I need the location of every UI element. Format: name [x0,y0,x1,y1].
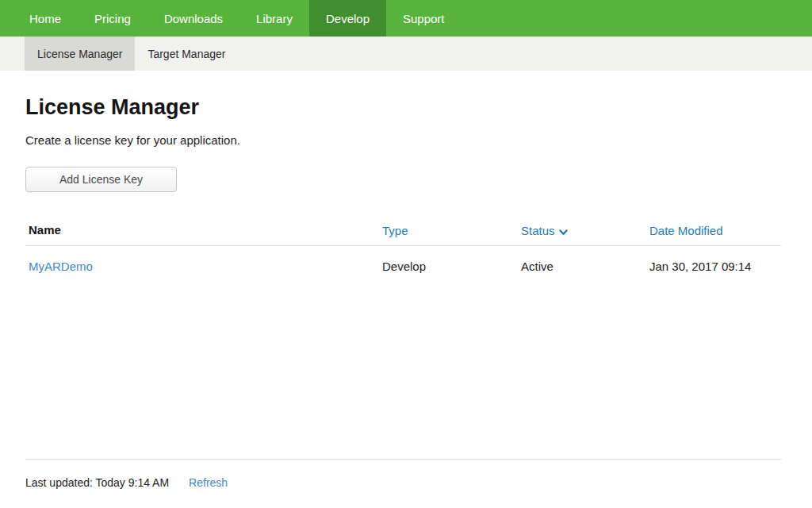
nav-item-support[interactable]: Support [386,0,462,37]
license-name-cell: MyARDemo [25,260,382,273]
nav-item-home[interactable]: Home [13,0,78,37]
tab-target-manager[interactable]: Target Manager [135,37,238,71]
page-footer: Last updated: Today 9:14 AM Refresh [25,459,781,489]
column-header-name: Name [25,223,382,238]
license-status-cell: Active [521,260,649,273]
add-license-key-button[interactable]: Add License Key [25,167,177,192]
nav-item-downloads[interactable]: Downloads [147,0,239,37]
top-navigation: Home Pricing Downloads Library Develop S… [0,0,812,37]
sub-navigation: License Manager Target Manager [0,37,812,71]
license-name-link[interactable]: MyARDemo [29,260,93,273]
sort-chevron-down-icon [559,225,568,238]
refresh-link[interactable]: Refresh [189,476,228,489]
license-type-cell: Develop [382,260,521,273]
column-header-status-label: Status [521,224,555,237]
tab-license-manager[interactable]: License Manager [25,37,135,71]
license-table: Name Type Status Date Modified MyARDemo [25,223,781,273]
column-header-date-modified-label: Date Modified [649,224,723,237]
table-row: MyARDemo Develop Active Jan 30, 2017 09:… [25,246,781,273]
nav-item-develop[interactable]: Develop [309,0,386,37]
license-manager-page: Home Pricing Downloads Library Develop S… [0,0,812,508]
license-date-modified-cell: Jan 30, 2017 09:14 [649,260,781,273]
column-header-date-modified[interactable]: Date Modified [649,223,781,238]
page-title: License Manager [25,95,781,120]
column-header-type[interactable]: Type [382,223,521,238]
table-header-row: Name Type Status Date Modified [25,223,781,246]
last-updated-text: Last updated: Today 9:14 AM [25,476,169,489]
nav-item-pricing[interactable]: Pricing [78,0,147,37]
page-subtitle: Create a license key for your applicatio… [25,133,781,147]
nav-item-library[interactable]: Library [239,0,309,37]
column-header-type-label: Type [382,224,408,237]
column-header-status[interactable]: Status [521,223,649,238]
main-content: License Manager Create a license key for… [0,95,812,273]
